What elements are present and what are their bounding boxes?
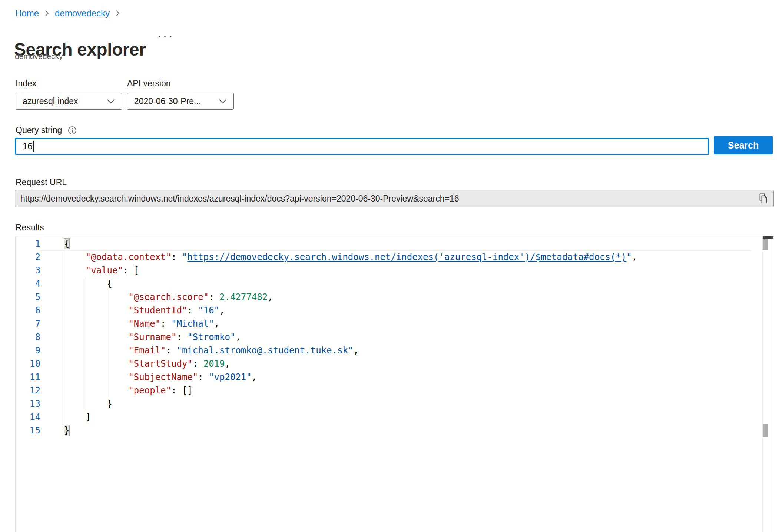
- request-url-label: Request URL: [16, 177, 67, 187]
- copy-button[interactable]: [758, 193, 768, 204]
- line-number: 1: [16, 237, 40, 250]
- code-line: 1{: [16, 237, 762, 250]
- api-version-select-value: 2020-06-30-Pre...: [134, 96, 213, 106]
- query-input-value: 16: [23, 141, 33, 152]
- line-number: 9: [16, 344, 40, 357]
- code-line: 5 "@search.score": 2.4277482,: [16, 290, 762, 304]
- indent-guide: [64, 251, 64, 424]
- breadcrumb: Home demovedecky: [15, 8, 120, 19]
- line-number: 10: [16, 357, 40, 370]
- results-label: Results: [16, 223, 44, 233]
- code-line: 10 "StartStudy": 2019,: [16, 357, 762, 370]
- indent-guide: [86, 277, 86, 410]
- info-icon[interactable]: [68, 126, 77, 135]
- code-line: 14 ]: [16, 410, 762, 424]
- query-input[interactable]: 16: [15, 138, 709, 155]
- line-number: 11: [16, 370, 40, 384]
- search-button[interactable]: Search: [714, 136, 773, 154]
- current-line-highlight: [40, 250, 751, 251]
- code-line: 4 {: [16, 277, 762, 290]
- line-number: 6: [16, 304, 40, 317]
- code-line: 6 "StudentId": "16",: [16, 304, 762, 317]
- index-select[interactable]: azuresql-index: [16, 93, 122, 110]
- code-line: 8 "Surname": "Stromko",: [16, 330, 762, 344]
- code-line: 15}: [16, 424, 762, 437]
- line-number: 7: [16, 317, 40, 330]
- line-number: 12: [16, 384, 40, 397]
- chevron-right-icon: [44, 10, 49, 17]
- api-version-select[interactable]: 2020-06-30-Pre...: [127, 93, 234, 110]
- scrollbar-thumb[interactable]: [763, 424, 768, 437]
- request-url-field[interactable]: https://demovedecky.search.windows.net/i…: [15, 190, 774, 207]
- api-version-label: API version: [127, 79, 171, 89]
- index-select-value: azuresql-index: [23, 96, 102, 106]
- line-number: 14: [16, 410, 40, 424]
- code-line: 9 "Email": "michal.stromko@.student.tuke…: [16, 344, 762, 357]
- code-line: 11 "SubjectName": "vp2021",: [16, 370, 762, 384]
- scrollbar-track: [762, 236, 763, 532]
- chevron-down-icon: [107, 99, 115, 104]
- request-url-value: https://demovedecky.search.windows.net/i…: [20, 194, 754, 204]
- chevron-right-icon: [115, 10, 120, 17]
- line-number: 2: [16, 250, 40, 264]
- page-subtitle: demovedecky: [15, 52, 63, 61]
- line-number: 4: [16, 277, 40, 290]
- line-number: 13: [16, 397, 40, 410]
- breadcrumb-link-demovedecky[interactable]: demovedecky: [55, 8, 110, 19]
- copy-icon: [758, 193, 768, 204]
- breadcrumb-link-home[interactable]: Home: [15, 8, 39, 19]
- code-line: 7 "Name": "Michal",: [16, 317, 762, 330]
- code-line: 3 "value": [: [16, 264, 762, 277]
- index-label: Index: [16, 79, 36, 89]
- results-json-editor[interactable]: 1{2 "@odata.context": "https://demovedec…: [15, 236, 773, 532]
- chevron-down-icon: [219, 99, 227, 104]
- text-cursor: [33, 141, 34, 152]
- line-number: 8: [16, 330, 40, 344]
- line-number: 15: [16, 424, 40, 437]
- more-options-button[interactable]: ···: [157, 29, 174, 41]
- code-line: 13 }: [16, 397, 762, 410]
- code-line: 12 "people": []: [16, 384, 762, 397]
- scrollbar-thumb[interactable]: [763, 239, 768, 250]
- search-explorer-blade: Home demovedecky Search explorer ··· dem…: [0, 0, 779, 532]
- code-line: 2 "@odata.context": "https://demovedecky…: [16, 250, 762, 264]
- indent-guide: [107, 290, 107, 397]
- query-string-label: Query string: [16, 125, 62, 135]
- line-number: 5: [16, 290, 40, 304]
- line-number: 3: [16, 264, 40, 277]
- code-lines: 1{2 "@odata.context": "https://demovedec…: [16, 237, 762, 437]
